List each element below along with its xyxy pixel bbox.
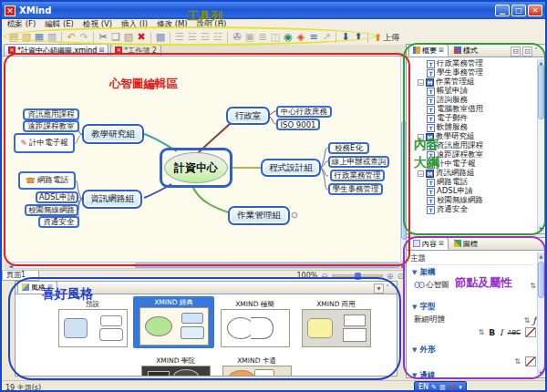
expander-icon[interactable]: − xyxy=(418,134,424,140)
menu-item-2[interactable]: 檢視 (V) xyxy=(83,19,112,30)
outline-item[interactable]: T校園無線網路 xyxy=(408,196,536,205)
save-icon[interactable]: ▦ xyxy=(33,31,46,44)
tab-markers[interactable]: 圖標 xyxy=(450,237,481,250)
insert-parent-icon[interactable]: ☳ xyxy=(212,31,224,44)
bold-button[interactable]: B xyxy=(489,328,495,337)
expander-icon[interactable]: − xyxy=(418,170,424,177)
subtopic-voip[interactable]: ☎ 網路電話 xyxy=(18,171,76,190)
style-item-minimal[interactable]: XMIND 極簡 xyxy=(216,299,294,347)
topic-network[interactable]: 資訊網路組 xyxy=(82,190,142,209)
insert-topic-icon[interactable]: ☰ xyxy=(173,31,186,44)
style-item-default[interactable]: 預設 xyxy=(54,299,131,347)
label-icon[interactable]: ◫ xyxy=(269,31,282,44)
tab-properties[interactable]: 內容 ⊠ xyxy=(408,237,449,250)
pen-icon[interactable]: ✎ xyxy=(431,384,437,391)
subtopic-info-courses[interactable]: 資訊應用課程 xyxy=(23,108,79,120)
outline-scrollbar[interactable]: ▲▼ xyxy=(537,59,544,232)
view-minimize-icon[interactable]: ˄ xyxy=(540,47,543,56)
help-icon[interactable]: ❓ xyxy=(449,384,457,391)
menu-item-1[interactable]: 編輯 (E) xyxy=(45,19,74,30)
subtopic-admin-business[interactable]: 行政業務管理 xyxy=(330,170,385,181)
menu-item-3[interactable]: 插入 (I) xyxy=(121,19,148,30)
subtopic-adsl[interactable]: ADSL申請 xyxy=(36,191,78,203)
view-minimize-icon[interactable]: ˄ xyxy=(391,284,395,293)
structure-dropdown[interactable]: ⇅ xyxy=(530,282,536,290)
view-menu-icon[interactable]: ˅ xyxy=(386,284,389,293)
canvas-horizontal-scrollbar[interactable]: ◄ ► xyxy=(5,262,408,269)
maximize-button[interactable]: □ xyxy=(511,5,526,16)
drill-up-icon[interactable]: ⬆ xyxy=(352,31,365,44)
subtopic-school-e[interactable]: 校務E化 xyxy=(328,142,369,154)
tab-close-icon[interactable]: ⊠ xyxy=(439,240,444,247)
subtopic-student-affairs[interactable]: 學生事務管理 xyxy=(328,183,383,195)
font-style-icon[interactable]: ƒ xyxy=(532,315,536,325)
style-item-academy[interactable]: XMIND 學院 xyxy=(137,356,214,376)
legend-icon[interactable]: ≡ xyxy=(307,31,320,44)
expander-icon[interactable]: − xyxy=(418,79,424,86)
collapse-all-button[interactable]: ⊟ xyxy=(511,46,521,57)
redo-icon[interactable]: ↷ xyxy=(77,31,90,44)
insert-topic-before-icon[interactable]: ☲ xyxy=(199,31,212,44)
topic-operations[interactable]: 作業管理組 xyxy=(228,206,290,225)
font-color-swatch[interactable] xyxy=(525,327,536,337)
hyperlink-icon[interactable]: ◉ xyxy=(282,31,294,44)
menu-item-0[interactable]: 檔案 (F) xyxy=(7,19,36,30)
tab-workbook-2[interactable]: ✕ *工作簿 2 xyxy=(110,44,161,56)
upload-button[interactable]: ⬆ 上傳 xyxy=(371,32,402,44)
style-item-cartoon[interactable]: XMIND 卡通 xyxy=(218,356,295,376)
italic-button[interactable]: I xyxy=(500,328,503,337)
zoom-slider[interactable] xyxy=(332,274,383,277)
outline-item[interactable]: T資通安全 xyxy=(408,205,536,214)
tab-outline[interactable]: 概要 ⊠ xyxy=(408,44,449,57)
topic-programming[interactable]: 程式設計組 xyxy=(261,159,321,177)
shape-color-swatch[interactable] xyxy=(525,356,536,366)
zoom-in-icon[interactable]: ⊕ xyxy=(387,272,394,281)
keyboard-icon[interactable]: ▥ xyxy=(439,384,446,391)
view-menu-icon[interactable]: ˅ xyxy=(534,47,538,56)
page-tab[interactable]: 頁面1 xyxy=(2,271,39,281)
styles-menu-button[interactable]: ▾ xyxy=(374,284,384,294)
zoom-fit-icon[interactable]: ⊙ xyxy=(397,272,404,281)
new-icon[interactable]: ▤ xyxy=(7,31,20,44)
cut-icon[interactable]: ✂ xyxy=(97,31,109,44)
topic-teaching-research[interactable]: 教學研究組 xyxy=(82,124,144,144)
menu-item-4[interactable]: 修改 (M) xyxy=(157,19,188,30)
subtopic-campus-wireless[interactable]: 校園無線網路 xyxy=(25,204,78,216)
outline-item[interactable]: T電腦教室借用 xyxy=(408,105,536,114)
tab-workbook-1[interactable]: ✕ *計資中心組織圖.xmind ⊠ xyxy=(4,44,108,56)
language-bar[interactable]: EN ✎ ▥ ❓ ▾ xyxy=(414,381,467,392)
insert-subtopic-icon[interactable]: ☱ xyxy=(186,31,199,44)
strikethrough-button[interactable]: ABC xyxy=(508,329,521,336)
language-code[interactable]: EN xyxy=(418,383,428,391)
shape-dropdown[interactable]: ⇅ xyxy=(514,357,521,366)
style-item-business[interactable]: XMIND 商用 xyxy=(297,299,375,347)
marker-icon[interactable]: ◈ xyxy=(294,31,307,44)
subtopic-iso9001[interactable]: ISO 9001 xyxy=(276,119,320,130)
undo-icon[interactable]: ↶ xyxy=(65,31,77,44)
delete-icon[interactable]: ✖ xyxy=(135,31,148,44)
paste-icon[interactable]: ▧ xyxy=(122,31,135,44)
tab-close-icon[interactable]: ⊠ xyxy=(98,46,104,54)
subtopic-info-security[interactable]: 資通安全 xyxy=(38,216,79,228)
style-item-classic[interactable]: XMIND 經典 xyxy=(133,296,214,348)
subtopic-center-newsletter[interactable]: ✎ 計中電子報 xyxy=(14,133,75,153)
font-name[interactable]: 新細明體 xyxy=(414,315,445,325)
section-structure[interactable]: ▼ 架構 xyxy=(412,267,435,278)
subtopic-distance-classroom[interactable]: 遠距課程教室 xyxy=(23,120,79,132)
subtopic-admin-affairs[interactable]: 中心行政庶務 xyxy=(276,106,332,118)
subtopic-online-apply[interactable]: 線上申辦或查詢 xyxy=(328,156,389,168)
font-size-dropdown[interactable]: ⇅ xyxy=(479,328,485,336)
zoom-out-icon[interactable]: ⊖ xyxy=(321,272,328,281)
mindmap-canvas[interactable]: 計資中心 行政室 教學研究組 程式設計組 作業管理組 資訊網路組 資訊應用課程 … xyxy=(5,57,400,262)
topic-admin-office[interactable]: 行政室 xyxy=(226,107,270,125)
tab-close-icon[interactable]: ⊠ xyxy=(439,46,444,54)
print-icon[interactable]: ▥ xyxy=(46,31,58,44)
close-button[interactable]: ✕ xyxy=(528,5,542,16)
open-folder-icon[interactable]: ▨ xyxy=(20,31,33,44)
link-editor-button[interactable]: ⊡ xyxy=(522,46,532,57)
outline-item[interactable]: T帳號申請 xyxy=(408,87,536,96)
outline-item[interactable]: −M資訊網路組 xyxy=(408,169,536,178)
properties-scrollbar[interactable]: ▲▼ xyxy=(537,253,544,377)
outline-item[interactable]: −M作業管理組 xyxy=(408,77,536,87)
tab-styles[interactable]: 風格 ⊠ xyxy=(17,281,57,294)
